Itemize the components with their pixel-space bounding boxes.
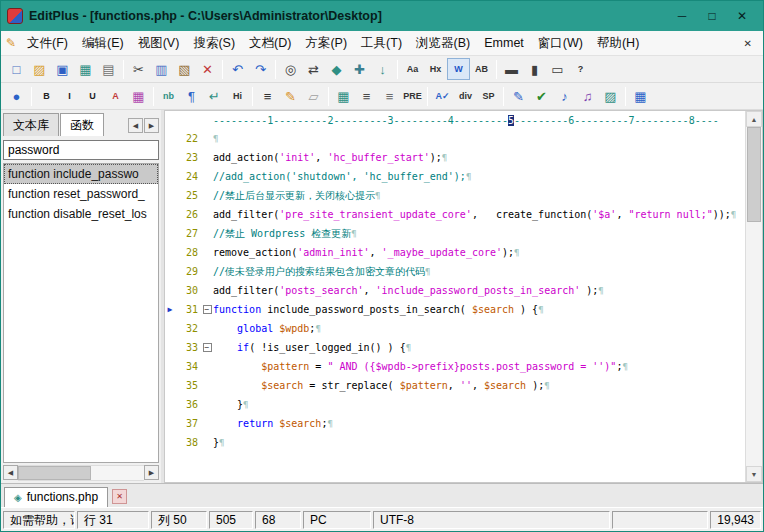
code-line[interactable]: 29//使未登录用户的搜索结果包含加密文章的代码¶	[165, 262, 745, 281]
pre-tag-button[interactable]: PRE	[401, 85, 424, 107]
goto-line-button[interactable]: ↓	[371, 58, 394, 80]
split-horizontal-button[interactable]: ▬	[500, 58, 523, 80]
edit-document-button[interactable]: ✎	[507, 85, 530, 107]
function-list-item[interactable]: function include_passwo	[4, 164, 158, 184]
table-button[interactable]: ▦	[332, 85, 355, 107]
code-line[interactable]: ▶31−function include_password_posts_in_s…	[165, 300, 745, 319]
code-line[interactable]: 37 return $search;¶	[165, 414, 745, 433]
anchor-button[interactable]: ✚	[348, 58, 371, 80]
tab-functions-php[interactable]: ◈ functions.php	[4, 487, 108, 507]
hex-view-button[interactable]: Hx	[424, 58, 447, 80]
sidebar-horizontal-scrollbar[interactable]: ◀ ▶	[3, 465, 159, 481]
change-case-button[interactable]: Aa	[401, 58, 424, 80]
replace-button[interactable]: ⇄	[302, 58, 325, 80]
word-wrap-button[interactable]: W	[447, 58, 470, 80]
span-tag-button[interactable]: SP	[477, 85, 500, 107]
code-line[interactable]: 23add_action('init', 'hc_buffer_start');…	[165, 148, 745, 167]
compose-button[interactable]: ✎	[279, 85, 302, 107]
print-button[interactable]: ▤	[97, 58, 120, 80]
code-line[interactable]: 28remove_action('admin_init', '_maybe_up…	[165, 243, 745, 262]
function-list-item[interactable]: function reset_password_	[4, 184, 158, 204]
function-filter-input[interactable]	[3, 140, 159, 160]
paste-button[interactable]: ▧	[173, 58, 196, 80]
menu-item[interactable]: 帮助(H)	[590, 32, 646, 55]
open-file-button[interactable]: ▨	[28, 58, 51, 80]
menu-item[interactable]: 窗口(W)	[531, 32, 590, 55]
new-file-button[interactable]: □	[5, 58, 28, 80]
scrollbar-thumb[interactable]	[18, 466, 91, 480]
split-vertical-button[interactable]: ▮	[523, 58, 546, 80]
menu-item[interactable]: 文档(D)	[242, 32, 298, 55]
scrollbar-track[interactable]	[746, 222, 762, 466]
validate-button[interactable]: ✔	[530, 85, 553, 107]
italic-button[interactable]: I	[58, 85, 81, 107]
pilcrow-button[interactable]: ¶	[180, 85, 203, 107]
menu-item[interactable]: Emmet	[477, 33, 531, 53]
save-button[interactable]: ▣	[51, 58, 74, 80]
image-button[interactable]: ▨	[599, 85, 622, 107]
code-line[interactable]: 35 $search = str_replace( $pattern, '', …	[165, 376, 745, 395]
code-line[interactable]: 26add_filter('pre_site_transient_update_…	[165, 205, 745, 224]
code-line[interactable]: 25//禁止后台显示更新，关闭核心提示¶	[165, 186, 745, 205]
collapse-icon[interactable]: −	[203, 305, 212, 314]
code-line[interactable]: 24//add_action('shutdown', 'hc_buffer_en…	[165, 167, 745, 186]
code-line[interactable]: 34 $pattern = " AND ({$wpdb->prefix}post…	[165, 357, 745, 376]
line-break-button[interactable]: ↵	[203, 85, 226, 107]
align-center-button[interactable]: ≡	[378, 85, 401, 107]
spell-check-button[interactable]: A✓	[431, 85, 454, 107]
code-line[interactable]: 32 global $wpdb;¶	[165, 319, 745, 338]
context-help-button[interactable]: ?	[569, 58, 592, 80]
highlight-color-button[interactable]: ▦	[127, 85, 150, 107]
menu-item[interactable]: 视图(V)	[131, 32, 187, 55]
code-line[interactable]: 30add_filter('posts_search', 'include_pa…	[165, 281, 745, 300]
browser-preview-button[interactable]: ●	[5, 85, 28, 107]
menu-item[interactable]: 搜索(S)	[186, 32, 242, 55]
scrollbar-track[interactable]	[18, 465, 144, 481]
scroll-left-arrow-icon[interactable]: ◀	[3, 465, 18, 480]
code-line[interactable]: 36 }¶	[165, 395, 745, 414]
nbsp-button[interactable]: nb	[157, 85, 180, 107]
maximize-button[interactable]: □	[697, 5, 727, 27]
code-line[interactable]: 22¶	[165, 129, 745, 148]
font-color-button[interactable]: A	[104, 85, 127, 107]
insert-table-button[interactable]: ▦	[629, 85, 652, 107]
column-select-button[interactable]: AB	[470, 58, 493, 80]
eraser-button[interactable]: ▱	[302, 85, 325, 107]
media-button[interactable]: ♫	[576, 85, 599, 107]
underline-button[interactable]: U	[81, 85, 104, 107]
collapse-icon[interactable]: −	[203, 343, 212, 352]
menu-item[interactable]: 文件(F)	[20, 32, 75, 55]
div-tag-button[interactable]: div	[454, 85, 477, 107]
scroll-right-arrow-icon[interactable]: ▶	[144, 465, 159, 480]
fold-toggle[interactable]: −	[201, 338, 213, 357]
bold-button[interactable]: B	[35, 85, 58, 107]
music-button[interactable]: ♪	[553, 85, 576, 107]
cut-button[interactable]: ✂	[127, 58, 150, 80]
editor-vertical-scrollbar[interactable]: ▲ ▼	[745, 111, 762, 482]
code-line[interactable]: 38}¶	[165, 433, 745, 452]
redo-button[interactable]: ↷	[249, 58, 272, 80]
tab-functions[interactable]: 函数	[60, 113, 104, 136]
tab-close-button[interactable]: ✕	[112, 489, 127, 504]
code-area[interactable]: 22¶23add_action('init', 'hc_buffer_start…	[165, 129, 745, 482]
title-bar[interactable]: EditPlus - [functions.php - C:\Users\Adm…	[1, 1, 763, 31]
menu-item[interactable]: 编辑(E)	[75, 32, 131, 55]
scroll-up-arrow-icon[interactable]: ▲	[746, 111, 762, 127]
copy-button[interactable]: ▥	[150, 58, 173, 80]
code-line[interactable]: 27//禁止 Wordpress 检查更新¶	[165, 224, 745, 243]
close-button[interactable]: ✕	[727, 5, 757, 27]
bookmark-button[interactable]: ◆	[325, 58, 348, 80]
scroll-down-arrow-icon[interactable]: ▼	[746, 466, 762, 482]
align-left-button[interactable]: ≡	[355, 85, 378, 107]
tab-scroll-right-button[interactable]: ▶	[144, 118, 159, 133]
menu-item[interactable]: 浏览器(B)	[409, 32, 477, 55]
fold-toggle[interactable]: −	[201, 300, 213, 319]
function-list-item[interactable]: function disable_reset_los	[4, 204, 158, 224]
undo-button[interactable]: ↶	[226, 58, 249, 80]
heading-button[interactable]: Hi	[226, 85, 249, 107]
delete-button[interactable]: ✕	[196, 58, 219, 80]
minimize-button[interactable]: ─	[667, 5, 697, 27]
menu-item[interactable]: 方案(P)	[298, 32, 354, 55]
tab-cliptext[interactable]: 文本库	[3, 113, 59, 136]
find-button[interactable]: ◎	[279, 58, 302, 80]
